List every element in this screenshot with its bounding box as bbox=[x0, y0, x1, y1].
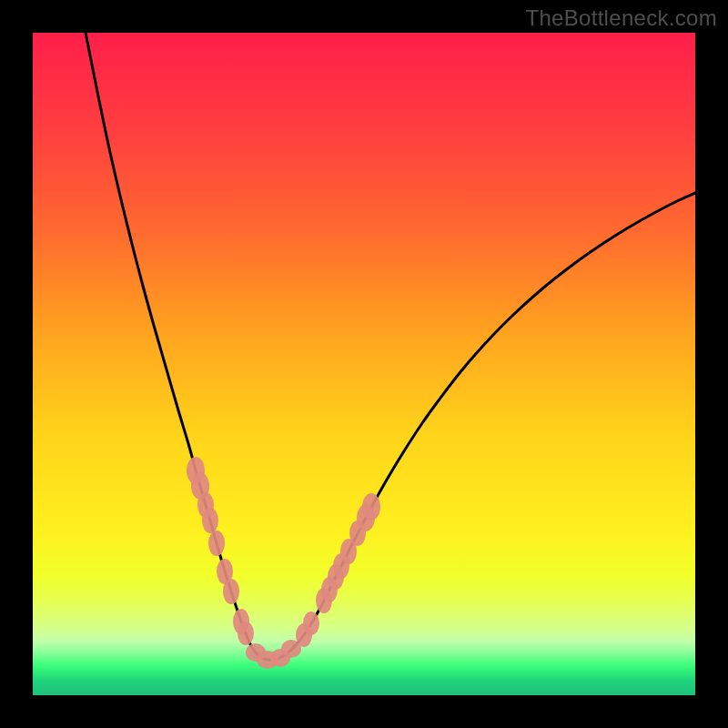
plot-area bbox=[33, 33, 695, 695]
data-bead bbox=[223, 579, 239, 604]
chart-frame: TheBottleneck.com bbox=[0, 0, 728, 728]
watermark-text: TheBottleneck.com bbox=[525, 5, 717, 31]
data-bead bbox=[202, 508, 218, 533]
curve-layer bbox=[33, 33, 695, 695]
bottleneck-curve bbox=[82, 33, 695, 660]
data-bead bbox=[208, 531, 225, 556]
data-bead bbox=[238, 622, 254, 645]
bead-group bbox=[187, 457, 380, 669]
data-bead bbox=[303, 612, 319, 635]
data-bead bbox=[362, 493, 380, 521]
